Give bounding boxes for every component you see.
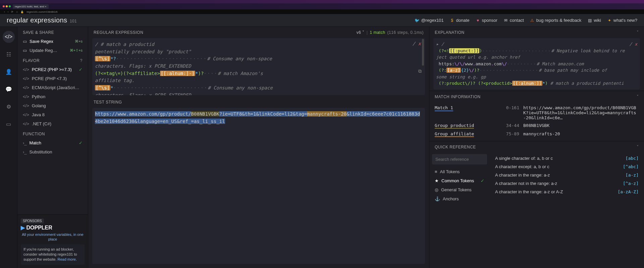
left-panel: SAVE & SHARE ▭Save Regex⌘+s▭Update Reg…⌘… — [17, 27, 88, 268]
header-link-donate[interactable]: $donate — [450, 18, 470, 23]
save-item[interactable]: ▭Save Regex⌘+s — [17, 37, 88, 46]
match-row[interactable]: Match 10-161https://www.amazon.com/gp/pr… — [435, 104, 639, 122]
site-logo[interactable]: regular expressions 101 — [7, 16, 77, 24]
header-link-contact[interactable]: ✉contact — [503, 18, 524, 23]
help-icon[interactable]: ? — [80, 58, 83, 63]
teststring-editor[interactable]: https://www.amazon.com/gp/product/B08NB1… — [92, 108, 425, 264]
home-icon[interactable]: ⌂ — [16, 10, 18, 13]
browser-tab[interactable]: regex101 build, test, and × — [13, 4, 49, 9]
quickref-search[interactable] — [432, 154, 487, 164]
code-icon: </> — [23, 112, 29, 117]
browser-url-bar[interactable]: ‹ › ⟳ ⌂ 🔒 regex101.com/r/Cl8nBG/6 — [0, 9, 644, 14]
chevron-down-icon[interactable]: ˅ — [637, 30, 639, 35]
category-icon: ◎ — [435, 187, 438, 192]
code-icon: </> — [23, 76, 29, 81]
sponsors-badge: SPONSORS — [21, 218, 44, 223]
browser-tabstrip: regex101 build, test, and × — [0, 3, 644, 9]
chevron-down-icon[interactable]: ˅ — [637, 94, 639, 99]
flavor-item[interactable]: </>Python — [17, 92, 88, 101]
rail-account-icon[interactable]: 👤 — [3, 66, 15, 78]
flavor-item[interactable]: </>.NET (C#) — [17, 119, 88, 128]
url-text: regex101.com/r/Cl8nBG/6 — [26, 10, 58, 13]
sponsor-logo[interactable]: ▶ DOPPLER — [21, 224, 85, 231]
quickref-category[interactable]: ★Common Tokens — [432, 176, 487, 185]
save-item[interactable]: ▭Update Reg…⌘+⇧+s — [17, 46, 88, 55]
rail-settings-icon[interactable]: ⚙ — [3, 100, 15, 113]
header-link-wiki[interactable]: ▤wiki — [587, 18, 601, 23]
function-item[interactable]: ›_Substitution — [17, 147, 88, 156]
test-line: https://www.amazon.com/gp/product/B08NB1… — [95, 111, 422, 125]
left-icon-rail: </> ☷ 👤 💬 ⚙ ▭ — [0, 27, 17, 268]
reference-row[interactable]: A character except: a, b or c[^abc] — [495, 162, 639, 171]
reference-row[interactable]: A single character of: a, b or c[abc] — [495, 154, 639, 162]
rail-library-icon[interactable]: ☷ — [3, 48, 15, 60]
match-row[interactable]: Group affiliate75-89mannycrafts-20 — [435, 130, 639, 138]
main-content: </> ☷ 👤 💬 ⚙ ▭ SAVE & SHARE ▭Save Regex⌘+… — [0, 27, 644, 268]
quickref-category[interactable]: ◎General Tokens — [432, 185, 487, 194]
explanation-head: EXPLANATION ˅ — [429, 27, 644, 37]
rail-regex-icon[interactable]: </> — [3, 31, 15, 43]
flavor-item[interactable]: </>PCRE (PHP <7.3) — [17, 74, 88, 83]
nav-forward-icon[interactable]: › — [8, 10, 9, 13]
adblock-notice: If you're running an ad blocker, conside… — [21, 244, 85, 265]
logo-part2: expressions — [30, 16, 67, 24]
header-link-bug-reports-feedback[interactable]: ⚠bug reports & feedback — [530, 18, 581, 23]
reference-row[interactable]: A character in the range: a-z or A-Z[a-z… — [495, 188, 639, 196]
quickref-category[interactable]: ⚓Anchors — [432, 194, 487, 203]
match-row[interactable]: Group productid34-44B08NB1VGBK — [435, 122, 639, 130]
flavor-item[interactable]: </>ECMAScript (JavaScri… — [17, 83, 88, 92]
regex-match-detail: (116 steps, 0.1ms) — [387, 30, 424, 35]
reload-icon[interactable]: ⟳ — [11, 10, 13, 13]
sponsor-tagline[interactable]: All your environment variables, in one p… — [21, 232, 85, 242]
flavor-item[interactable]: </>PCRE2 (PHP >=7.3) — [17, 65, 88, 74]
chevron-down-icon[interactable]: ˅ — [637, 145, 639, 149]
scrollbar[interactable] — [422, 39, 424, 66]
nav-back-icon[interactable]: ‹ — [4, 10, 5, 13]
quickref-body: ≡All Tokens★Common Tokens◎General Tokens… — [429, 151, 644, 206]
twitter-icon: 🐦 — [415, 18, 419, 23]
right-panel: EXPLANATION ˅ ▸ // x (?<![[:punct:]])···… — [429, 27, 644, 268]
traffic-lights — [3, 5, 11, 7]
regex-match-count: 1 match — [370, 30, 385, 35]
logo-part1: regular — [7, 16, 28, 24]
rail-chat-icon[interactable]: 💬 — [3, 83, 15, 95]
explanation-box[interactable]: ▸ // x (?<![[:punct:]])·················… — [433, 38, 640, 89]
regex-version[interactable]: v6 ˅ — [357, 30, 365, 35]
code-icon: </> — [23, 85, 29, 90]
mail-icon: ✉ — [503, 18, 508, 23]
header-link--regex101[interactable]: 🐦@regex101 — [415, 18, 443, 23]
category-icon: ⚓ — [435, 196, 440, 201]
flavor-item[interactable]: </>Golang — [17, 101, 88, 110]
code-icon: </> — [23, 67, 29, 72]
flavor-item[interactable]: </>Java 8 — [17, 110, 88, 119]
sponsors-box: SPONSORS ▶ DOPPLER All your environment … — [17, 214, 88, 268]
quickref-head: QUICK REFERENCE ˅ — [429, 141, 644, 151]
header-links: 🐦@regex101$donate♥sponsor✉contact⚠bug re… — [415, 18, 637, 23]
save-icon: ▭ — [23, 48, 27, 53]
category-icon: ≡ — [435, 169, 437, 174]
quickref-categories: ≡All Tokens★Common Tokens◎General Tokens… — [429, 151, 490, 206]
star-icon: ✦ — [607, 18, 612, 23]
regex-editor[interactable]: / # match a productidpententially preced… — [92, 38, 425, 95]
dollar-icon: $ — [450, 18, 454, 23]
code-icon: </> — [23, 94, 29, 99]
rail-feedback-icon[interactable]: ▭ — [3, 118, 15, 130]
flavor-title: FLAVOR ? — [17, 55, 88, 65]
reference-row[interactable]: A character in the range: a-z[a-z] — [495, 171, 639, 179]
func-icon: ›_ — [23, 140, 27, 145]
code-icon: </> — [23, 103, 29, 108]
matchinfo-head: MATCH INFORMATION ˅ — [429, 91, 644, 101]
read-more-link[interactable]: Read more — [58, 257, 76, 261]
reference-row[interactable]: A character not in the range: a-z[^a-z] — [495, 179, 639, 188]
teststring-section-head: TEST STRING — [88, 96, 429, 107]
quickref-category[interactable]: ≡All Tokens — [432, 167, 487, 176]
header-link-what-s-new-[interactable]: ✦what's new? — [607, 18, 637, 23]
header-link-sponsor[interactable]: ♥sponsor — [476, 18, 497, 23]
copy-icon[interactable]: ⧉ — [418, 68, 422, 75]
code-icon: </> — [23, 121, 29, 126]
func-icon: ›_ — [23, 149, 27, 154]
heart-icon: ♥ — [476, 18, 480, 23]
save-share-title: SAVE & SHARE — [17, 27, 88, 37]
function-item[interactable]: ›_Match — [17, 138, 88, 147]
function-title: FUNCTION — [17, 128, 88, 138]
